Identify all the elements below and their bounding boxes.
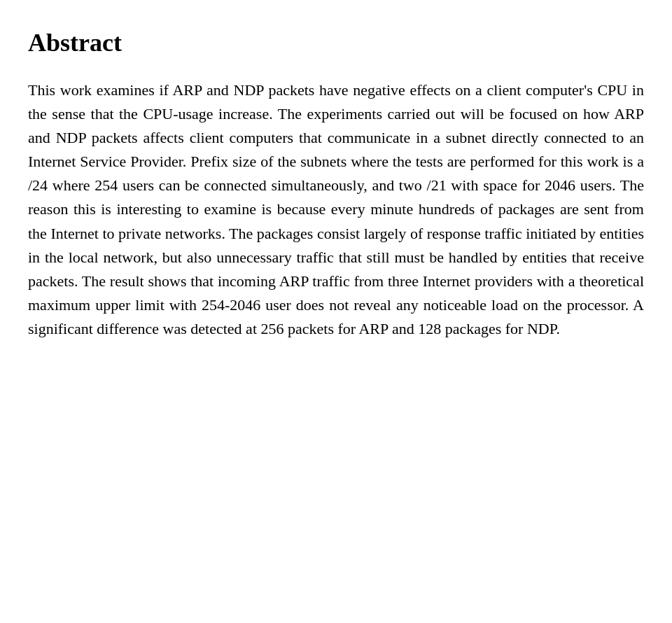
- page-container: Abstract This work examines if ARP and N…: [28, 28, 644, 341]
- abstract-body-text: This work examines if ARP and NDP packet…: [28, 78, 644, 341]
- abstract-heading: Abstract: [28, 28, 644, 57]
